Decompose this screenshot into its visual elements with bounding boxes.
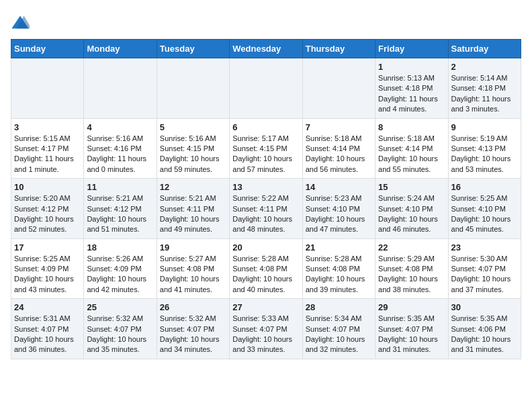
calendar-cell: 19Sunrise: 5:27 AM Sunset: 4:08 PM Dayli… [157,238,229,299]
day-info: Sunrise: 5:16 AM Sunset: 4:15 PM Dayligh… [160,134,226,175]
calendar-cell: 14Sunrise: 5:23 AM Sunset: 4:10 PM Dayli… [302,179,375,239]
day-info: Sunrise: 5:28 AM Sunset: 4:08 PM Dayligh… [306,254,372,295]
column-header-wednesday: Wednesday [230,40,302,58]
calendar-cell: 4Sunrise: 5:16 AM Sunset: 4:16 PM Daylig… [84,118,157,179]
day-number: 6 [232,122,299,132]
day-number: 8 [378,122,445,132]
day-number: 4 [87,122,153,132]
day-number: 17 [14,242,81,253]
calendar-cell: 15Sunrise: 5:24 AM Sunset: 4:10 PM Dayli… [375,179,448,239]
calendar-cell: 26Sunrise: 5:32 AM Sunset: 4:07 PM Dayli… [157,299,229,359]
day-info: Sunrise: 5:18 AM Sunset: 4:14 PM Dayligh… [306,134,372,175]
calendar-week-row: 24Sunrise: 5:31 AM Sunset: 4:07 PM Dayli… [11,299,521,359]
day-info: Sunrise: 5:34 AM Sunset: 4:07 PM Dayligh… [306,314,372,355]
column-header-monday: Monday [84,40,157,58]
calendar-cell: 1Sunrise: 5:13 AM Sunset: 4:18 PM Daylig… [375,58,448,119]
calendar-cell: 9Sunrise: 5:19 AM Sunset: 4:13 PM Daylig… [448,118,521,179]
day-info: Sunrise: 5:35 AM Sunset: 4:07 PM Dayligh… [378,314,445,355]
day-number: 12 [160,182,226,192]
day-info: Sunrise: 5:21 AM Sunset: 4:12 PM Dayligh… [87,193,153,235]
day-info: Sunrise: 5:32 AM Sunset: 4:07 PM Dayligh… [87,314,153,355]
calendar-cell: 3Sunrise: 5:15 AM Sunset: 4:17 PM Daylig… [11,118,84,179]
calendar-cell: 23Sunrise: 5:30 AM Sunset: 4:07 PM Dayli… [448,238,521,299]
calendar-week-row: 17Sunrise: 5:25 AM Sunset: 4:09 PM Dayli… [11,238,521,299]
column-header-friday: Friday [375,40,448,58]
day-number: 22 [378,242,445,253]
day-info: Sunrise: 5:25 AM Sunset: 4:10 PM Dayligh… [451,193,518,235]
day-number: 26 [160,302,226,312]
day-number: 15 [378,182,445,192]
calendar-cell: 13Sunrise: 5:22 AM Sunset: 4:11 PM Dayli… [230,179,302,239]
column-header-tuesday: Tuesday [157,40,229,58]
column-header-thursday: Thursday [302,40,375,58]
calendar-cell: 6Sunrise: 5:17 AM Sunset: 4:15 PM Daylig… [230,118,302,179]
day-info: Sunrise: 5:29 AM Sunset: 4:08 PM Dayligh… [378,254,445,295]
day-info: Sunrise: 5:35 AM Sunset: 4:06 PM Dayligh… [451,314,518,355]
calendar-cell: 17Sunrise: 5:25 AM Sunset: 4:09 PM Dayli… [11,238,84,299]
day-info: Sunrise: 5:22 AM Sunset: 4:11 PM Dayligh… [232,193,299,235]
page-header [11,11,521,32]
day-info: Sunrise: 5:14 AM Sunset: 4:18 PM Dayligh… [451,73,518,115]
calendar-cell: 28Sunrise: 5:34 AM Sunset: 4:07 PM Dayli… [302,299,375,359]
calendar-cell: 18Sunrise: 5:26 AM Sunset: 4:09 PM Dayli… [84,238,157,299]
day-info: Sunrise: 5:33 AM Sunset: 4:07 PM Dayligh… [232,314,299,355]
day-info: Sunrise: 5:13 AM Sunset: 4:18 PM Dayligh… [378,73,445,115]
calendar-cell: 30Sunrise: 5:35 AM Sunset: 4:06 PM Dayli… [448,299,521,359]
day-number: 18 [87,242,153,253]
day-number: 14 [306,182,372,192]
calendar-cell: 12Sunrise: 5:21 AM Sunset: 4:11 PM Dayli… [157,179,229,239]
day-number: 2 [451,62,518,72]
day-number: 25 [87,302,153,312]
logo-icon [11,13,30,32]
day-number: 24 [14,302,81,312]
day-info: Sunrise: 5:21 AM Sunset: 4:11 PM Dayligh… [160,193,226,235]
calendar-table: SundayMondayTuesdayWednesdayThursdayFrid… [11,39,521,359]
calendar-cell: 11Sunrise: 5:21 AM Sunset: 4:12 PM Dayli… [84,179,157,239]
calendar-cell [157,58,229,119]
day-number: 30 [451,302,518,312]
calendar-cell: 24Sunrise: 5:31 AM Sunset: 4:07 PM Dayli… [11,299,84,359]
day-number: 27 [232,302,299,312]
day-number: 1 [378,62,445,72]
day-number: 19 [160,242,226,253]
day-number: 5 [160,122,226,132]
column-header-saturday: Saturday [448,40,521,58]
day-info: Sunrise: 5:27 AM Sunset: 4:08 PM Dayligh… [160,254,226,295]
calendar-cell: 10Sunrise: 5:20 AM Sunset: 4:12 PM Dayli… [11,179,84,239]
day-number: 13 [232,182,299,192]
day-number: 21 [306,242,372,253]
calendar-header-row: SundayMondayTuesdayWednesdayThursdayFrid… [11,40,521,58]
calendar-cell [84,58,157,119]
calendar-cell: 8Sunrise: 5:18 AM Sunset: 4:14 PM Daylig… [375,118,448,179]
calendar-cell: 25Sunrise: 5:32 AM Sunset: 4:07 PM Dayli… [84,299,157,359]
calendar-cell: 5Sunrise: 5:16 AM Sunset: 4:15 PM Daylig… [157,118,229,179]
day-number: 29 [378,302,445,312]
day-info: Sunrise: 5:26 AM Sunset: 4:09 PM Dayligh… [87,254,153,295]
day-info: Sunrise: 5:28 AM Sunset: 4:08 PM Dayligh… [232,254,299,295]
day-number: 9 [451,122,518,132]
day-number: 3 [14,122,81,132]
day-info: Sunrise: 5:31 AM Sunset: 4:07 PM Dayligh… [14,314,81,355]
calendar-cell: 2Sunrise: 5:14 AM Sunset: 4:18 PM Daylig… [448,58,521,119]
calendar-cell: 7Sunrise: 5:18 AM Sunset: 4:14 PM Daylig… [302,118,375,179]
day-info: Sunrise: 5:19 AM Sunset: 4:13 PM Dayligh… [451,134,518,175]
column-header-sunday: Sunday [11,40,84,58]
day-info: Sunrise: 5:16 AM Sunset: 4:16 PM Dayligh… [87,134,153,175]
day-info: Sunrise: 5:20 AM Sunset: 4:12 PM Dayligh… [14,193,81,235]
calendar-cell: 22Sunrise: 5:29 AM Sunset: 4:08 PM Dayli… [375,238,448,299]
calendar-cell [11,58,84,119]
day-number: 10 [14,182,81,192]
day-number: 11 [87,182,153,192]
day-info: Sunrise: 5:17 AM Sunset: 4:15 PM Dayligh… [232,134,299,175]
day-info: Sunrise: 5:30 AM Sunset: 4:07 PM Dayligh… [451,254,518,295]
day-info: Sunrise: 5:23 AM Sunset: 4:10 PM Dayligh… [306,193,372,235]
calendar-week-row: 10Sunrise: 5:20 AM Sunset: 4:12 PM Dayli… [11,179,521,239]
calendar-cell: 20Sunrise: 5:28 AM Sunset: 4:08 PM Dayli… [230,238,302,299]
calendar-cell [230,58,302,119]
day-info: Sunrise: 5:15 AM Sunset: 4:17 PM Dayligh… [14,134,81,175]
day-number: 23 [451,242,518,253]
day-number: 20 [232,242,299,253]
day-info: Sunrise: 5:24 AM Sunset: 4:10 PM Dayligh… [378,193,445,235]
logo [11,13,31,32]
day-info: Sunrise: 5:18 AM Sunset: 4:14 PM Dayligh… [378,134,445,175]
